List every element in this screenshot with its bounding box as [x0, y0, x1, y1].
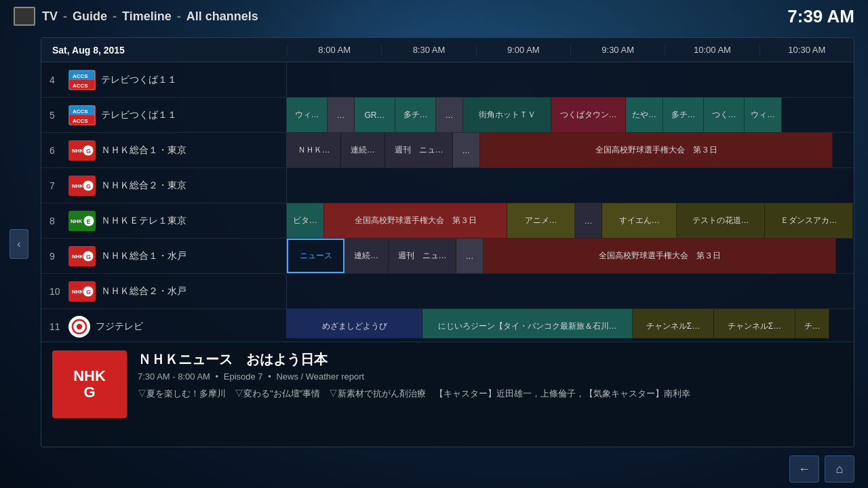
program-block[interactable]: … [328, 98, 355, 132]
program-block[interactable]: 街角ホットＴＶ [463, 98, 551, 132]
channel-logo: ACCSACCS [68, 105, 96, 125]
breadcrumb-timeline[interactable]: Timeline [122, 9, 172, 24]
program-block[interactable]: ニュース [287, 239, 344, 273]
channel-logo: NHKG [68, 176, 96, 196]
channel-number: 10 [50, 286, 63, 297]
program-block[interactable]: テストの花道… [677, 203, 765, 238]
channel-row: 7NHKGＮＨＫ総合２・東京 [41, 168, 854, 203]
svg-text:NHK: NHK [72, 253, 84, 260]
breadcrumb-tv[interactable]: TV [42, 9, 58, 24]
channel-row: 8NHKEＮＨＫＥテレ１東京ビタ…全国高校野球選手権大会 第３日アニメ……すイエ… [41, 203, 854, 239]
svg-text:G: G [86, 289, 91, 296]
guide-panel: Sat, Aug 8, 2015 8:00 AM 8:30 AM 9:00 AM… [41, 37, 854, 447]
program-block[interactable]: 全国高校野球選手権大会 第３日 [480, 133, 833, 167]
channel-info: 8NHKEＮＨＫＥテレ１東京 [41, 203, 287, 238]
time-slot-5: 10:30 AM [760, 45, 854, 55]
detail-meta: 7:30 AM - 8:00 AM • Episode 7 • News / W… [138, 371, 843, 382]
svg-text:ACCS: ACCS [73, 83, 88, 89]
channel-name: ＮＨＫ総合１・東京 [101, 144, 186, 157]
channel-info: 7NHKGＮＨＫ総合２・東京 [41, 168, 287, 203]
time-slot-0: 8:00 AM [287, 45, 381, 55]
channel-info: 10NHKGＮＨＫ総合２・水戸 [41, 274, 287, 308]
program-block[interactable]: チャンネルΣ… [633, 309, 714, 338]
home-button[interactable]: ⌂ [825, 455, 854, 483]
program-block[interactable]: 連続… [341, 133, 385, 167]
topbar-breadcrumb: TV - Guide - Timeline - All channels [14, 7, 258, 26]
programs-row: ウィ……GR…多チ……街角ホットＴＶつくばタウン…たや…多チ…つく…ウィ… [287, 98, 854, 132]
svg-text:G: G [86, 253, 91, 260]
breadcrumb-allchannels[interactable]: All channels [186, 9, 258, 24]
time-slot-3: 9:30 AM [570, 45, 665, 55]
programs-row [287, 62, 854, 97]
program-block[interactable]: … [436, 98, 463, 132]
programs-row: ビタ…全国高校野球選手権大会 第３日アニメ……すイエん…テストの花道…Ｅダンスア… [287, 203, 854, 238]
program-block[interactable]: ウィ… [745, 98, 782, 132]
programs-row: ニュース連続…週刊 ニュ……全国高校野球選手権大会 第３日 [287, 239, 854, 273]
program-block[interactable]: たや… [626, 98, 663, 132]
program-block[interactable]: GR… [355, 98, 395, 132]
program-block[interactable]: すイエん… [602, 203, 677, 238]
svg-text:E: E [87, 218, 91, 225]
program-block[interactable]: 全国高校野球選手権大会 第３日 [324, 203, 507, 238]
time-slot-2: 9:00 AM [476, 45, 570, 55]
channel-name: ＮＨＫ総合２・水戸 [101, 285, 186, 298]
detail-title: ＮＨＫニュース おはよう日本 [138, 350, 843, 369]
svg-point-32 [77, 323, 82, 329]
svg-text:NHK: NHK [72, 289, 84, 295]
time-slot-1: 8:30 AM [381, 45, 475, 55]
time-slot-4: 10:00 AM [665, 45, 759, 55]
program-block[interactable]: 連続… [344, 239, 389, 273]
breadcrumb-guide[interactable]: Guide [73, 9, 107, 24]
back-button[interactable]: ← [789, 455, 819, 483]
channel-number: 7 [50, 180, 63, 191]
program-block[interactable]: チ… [795, 309, 829, 338]
program-block[interactable]: つくばタウン… [551, 98, 626, 132]
app-icon [14, 7, 35, 26]
channel-logo: NHKG [68, 281, 96, 302]
detail-content: ＮＨＫニュース おはよう日本 7:30 AM - 8:00 AM • Episo… [138, 350, 843, 439]
detail-genre: News / Weather report [276, 371, 364, 382]
program-block[interactable]: 全国高校野球選手権大会 第３日 [484, 239, 836, 273]
scroll-left-button[interactable]: ‹ [9, 229, 28, 259]
detail-logo-text: NHKG [73, 368, 106, 401]
svg-text:G: G [86, 148, 91, 155]
channel-name: ＮＨＫ総合１・水戸 [101, 250, 186, 262]
program-block[interactable]: つく… [704, 98, 745, 132]
program-block[interactable]: ビタ… [287, 203, 324, 238]
program-block[interactable]: めざましどようび [287, 309, 422, 338]
channel-logo: NHKE [68, 211, 96, 231]
program-block[interactable]: … [456, 239, 484, 273]
topbar: TV - Guide - Timeline - All channels 7:3… [0, 0, 868, 33]
svg-text:NHK: NHK [71, 218, 83, 224]
svg-text:G: G [86, 183, 91, 190]
program-block[interactable]: 週刊 ニュ… [385, 133, 453, 167]
program-block[interactable]: ウィ… [287, 98, 328, 132]
channel-row: 4ACCSACCSテレビつくば１１ [41, 62, 854, 98]
program-block[interactable]: 多チ… [663, 98, 704, 132]
detail-time: 7:30 AM - 8:00 AM [138, 371, 210, 382]
program-block[interactable]: チャンネルΣ… [714, 309, 795, 338]
channel-info: 4ACCSACCSテレビつくば１１ [41, 62, 287, 97]
channel-number: 8 [50, 216, 63, 226]
channel-number: 11 [50, 321, 63, 332]
program-block[interactable]: … [453, 133, 480, 167]
channel-row: 10NHKGＮＨＫ総合２・水戸 [41, 274, 854, 309]
program-block[interactable]: にじいろジーン【タイ・バンコク最新旅＆石川… [422, 309, 633, 338]
detail-channel-logo: NHKG [52, 350, 127, 418]
channel-row: 5ACCSACCSテレビつくば１１ウィ……GR…多チ……街角ホットＴＶつくばタウ… [41, 98, 854, 133]
program-block[interactable]: … [575, 203, 602, 238]
svg-text:NHK: NHK [72, 148, 84, 154]
program-block[interactable]: 週刊 ニュ… [389, 239, 456, 273]
program-block[interactable]: 多チ… [395, 98, 436, 132]
channel-name: テレビつくば１１ [101, 74, 177, 86]
program-block[interactable]: ＮＨＫ… [287, 133, 341, 167]
channels-area: 4ACCSACCSテレビつくば１１5ACCSACCSテレビつくば１１ウィ……GR… [41, 62, 854, 338]
programs-row: めざましどようびにじいろジーン【タイ・バンコク最新旅＆石川…チャンネルΣ…チャン… [287, 309, 854, 338]
channel-row: 6NHKGＮＨＫ総合１・東京ＮＨＫ…連続…週刊 ニュ……全国高校野球選手権大会 … [41, 133, 854, 168]
program-block[interactable]: アニメ… [507, 203, 575, 238]
channel-logo: NHKG [68, 140, 96, 161]
bottom-nav: ← ⌂ [789, 455, 854, 483]
program-block[interactable]: Ｅダンスアカ… [765, 203, 853, 238]
channel-row: 9NHKGＮＨＫ総合１・水戸ニュース連続…週刊 ニュ……全国高校野球選手権大会 … [41, 239, 854, 274]
channel-logo: NHKG [68, 246, 96, 266]
